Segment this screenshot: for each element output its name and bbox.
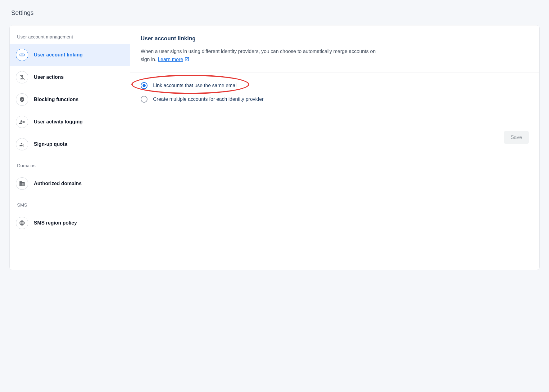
content-title: User account linking [141, 35, 529, 42]
option-create-multiple-accounts[interactable]: Create multiple accounts for each identi… [141, 96, 529, 103]
link-icon [16, 49, 28, 61]
sidebar-item-blocking-functions[interactable]: Blocking functions [10, 88, 130, 111]
sidebar-item-label: Blocking functions [34, 97, 124, 102]
page-title: Settings [11, 9, 540, 16]
radio-label: Create multiple accounts for each identi… [153, 96, 264, 102]
sidebar-item-label: User actions [34, 74, 124, 80]
person-off-icon [16, 71, 28, 83]
sidebar-item-user-activity-logging[interactable]: User activity logging [10, 111, 130, 133]
settings-card: User account management User account lin… [9, 25, 540, 270]
account-linking-options: Link accounts that use the same email Cr… [141, 82, 529, 103]
domain-icon [16, 177, 28, 190]
sidebar-item-user-account-linking[interactable]: User account linking [10, 44, 130, 66]
content-description: When a user signs in using different ide… [141, 47, 377, 63]
sidebar-item-label: SMS region policy [34, 220, 124, 226]
sidebar-item-label: User account linking [34, 52, 124, 58]
content-panel: User account linking When a user signs i… [130, 25, 539, 270]
settings-sidebar: User account management User account lin… [10, 25, 130, 270]
sidebar-section-header-sms: SMS [10, 195, 130, 212]
external-link-icon [184, 57, 189, 62]
sidebar-section-header-user-account-management: User account management [10, 31, 130, 44]
sidebar-item-sms-region-policy[interactable]: SMS region policy [10, 212, 130, 234]
divider [130, 73, 539, 73]
globe-icon [16, 217, 28, 229]
person-gear-icon [16, 138, 28, 150]
sidebar-item-label: Authorized domains [34, 181, 124, 186]
radio-unselected-icon[interactable] [141, 96, 147, 103]
radio-selected-icon[interactable] [141, 82, 147, 89]
save-button[interactable]: Save [504, 131, 529, 144]
learn-more-label: Learn more [158, 56, 183, 64]
sidebar-item-sign-up-quota[interactable]: Sign-up quota [10, 133, 130, 155]
sidebar-item-authorized-domains[interactable]: Authorized domains [10, 172, 130, 195]
learn-more-link[interactable]: Learn more [158, 56, 189, 64]
shield-icon [16, 93, 28, 106]
person-list-icon [16, 116, 28, 128]
sidebar-item-user-actions[interactable]: User actions [10, 66, 130, 88]
sidebar-section-header-domains: Domains [10, 155, 130, 172]
option-link-same-email[interactable]: Link accounts that use the same email [141, 82, 529, 89]
sidebar-item-label: Sign-up quota [34, 141, 124, 147]
radio-label: Link accounts that use the same email [153, 83, 238, 88]
sidebar-item-label: User activity logging [34, 119, 124, 125]
